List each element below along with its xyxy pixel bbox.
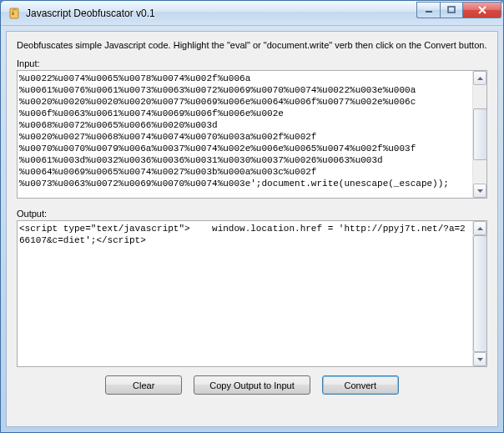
output-label: Output: — [17, 209, 487, 219]
output-content[interactable]: <script type="text/javascript"> window.l… — [18, 221, 472, 366]
scroll-track[interactable] — [473, 85, 486, 184]
scroll-up-button[interactable] — [473, 221, 486, 235]
titlebar[interactable]: Javascript Deobfuscator v0.1 — [1, 1, 503, 26]
svg-rect-3 — [448, 7, 455, 13]
instructions-text: Deobfuscates simple Javascript code. Hig… — [17, 40, 487, 50]
app-icon — [8, 7, 21, 20]
close-button[interactable] — [463, 2, 501, 18]
app-window: Javascript Deobfuscator v0.1 Deobfuscate… — [0, 0, 504, 433]
maximize-button[interactable] — [440, 2, 463, 18]
input-label: Input: — [17, 58, 487, 68]
copy-output-to-input-button[interactable]: Copy Output to Input — [194, 375, 310, 395]
scroll-thumb[interactable] — [473, 108, 487, 160]
minimize-button[interactable] — [416, 2, 440, 18]
input-scrollbar[interactable] — [472, 71, 486, 198]
scroll-up-button[interactable] — [473, 71, 486, 85]
scroll-thumb[interactable] — [473, 235, 487, 352]
svg-rect-1 — [12, 13, 14, 15]
clear-button[interactable]: Clear — [105, 375, 182, 395]
window-controls — [416, 2, 501, 18]
output-textarea[interactable]: <script type="text/javascript"> window.l… — [17, 220, 487, 367]
input-content[interactable]: %u0022%u0074%u0065%u0078%u0074%u002f%u00… — [18, 71, 472, 198]
button-row: Clear Copy Output to Input Convert — [17, 375, 487, 395]
convert-button[interactable]: Convert — [322, 375, 399, 395]
svg-rect-2 — [426, 11, 432, 13]
output-scrollbar[interactable] — [472, 221, 486, 366]
scroll-track[interactable] — [473, 235, 486, 352]
input-textarea[interactable]: %u0022%u0074%u0065%u0078%u0074%u002f%u00… — [17, 70, 487, 199]
client-area: Deobfuscates simple Javascript code. Hig… — [6, 31, 498, 427]
scroll-down-button[interactable] — [473, 352, 486, 366]
scroll-down-button[interactable] — [473, 184, 486, 198]
